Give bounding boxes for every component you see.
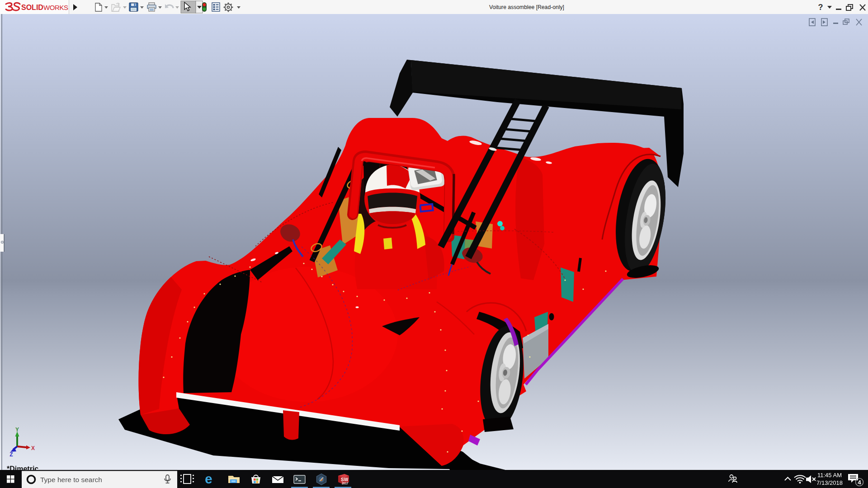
svg-text:2017: 2017 [342,482,349,485]
svg-text:X: X [31,445,35,451]
svg-text:Z: Z [9,451,13,458]
svg-text:Voiture assomblee [Read-only]: Voiture assomblee [Read-only] [489,4,564,10]
svg-text:*Dimetric: *Dimetric [7,465,38,470]
svg-text:SOLID: SOLID [21,4,43,11]
svg-text:WORKS: WORKS [43,4,68,11]
svg-text:4: 4 [858,479,861,486]
svg-text:?: ? [818,3,823,12]
svg-text:e: e [205,471,212,486]
svg-text:Type here to search: Type here to search [40,476,102,483]
